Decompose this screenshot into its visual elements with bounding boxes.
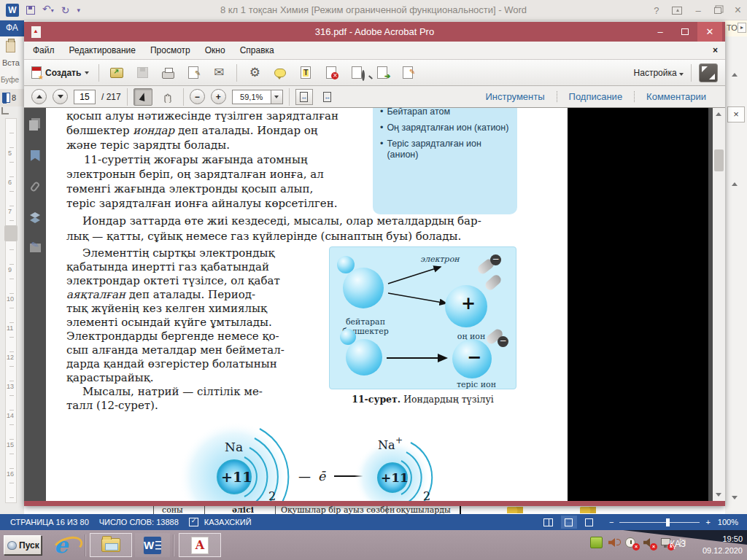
muted-audio-tray-icon[interactable]: × [643,537,655,548]
paste-clipboard-icon[interactable] [6,41,15,52]
edit-page-button[interactable]: ✎ [185,65,201,81]
scheduler-tray-icon[interactable]: × [625,537,638,548]
word-help-button[interactable]: ? [654,5,659,16]
save-icon[interactable] [26,6,35,15]
fit-page-button[interactable] [319,89,336,105]
hand-tool-button[interactable] [158,88,177,106]
status-page-count[interactable]: СТРАНИЦА 16 ИЗ 80 [10,518,89,526]
zoom-thumb[interactable] [666,518,670,526]
menu-help[interactable]: Справка [240,45,274,55]
redo-icon[interactable]: ↻ [61,5,70,15]
next-page-button[interactable] [53,89,68,104]
save-button[interactable] [134,65,150,81]
export-pdf-button[interactable]: ➔ [374,65,390,81]
scrollbar-thumb[interactable] [714,149,724,171]
electron-label: электрон [420,254,460,264]
acrobat-minimize-button[interactable]: – [648,22,673,42]
word-ribbon-tab-partial[interactable]: ТО ▸ [725,20,747,36]
comment-button[interactable] [272,65,288,81]
pdf-page[interactable]: қосып алуы нәтижесінде түзілген зарядтал… [46,108,568,501]
comment-panel-link[interactable]: Комментарии [634,91,718,102]
taskbar-clock[interactable]: 19:50 09.12.2020 [703,533,743,556]
fullscreen-toggle-button[interactable] [699,63,718,82]
print-layout-button[interactable] [561,516,577,529]
acrobat-close-button[interactable]: ✕ [697,22,722,42]
acrobat-scrollbar[interactable] [713,108,725,501]
internet-explorer-icon[interactable]: e [54,532,79,557]
word-file-tab[interactable]: ФА [0,20,24,36]
word-document-tab[interactable]: 8 [0,89,24,106]
antivirus-tray-icon[interactable] [590,537,603,548]
clipboard-group-label: Буфе [1,76,19,84]
word-close-document-button[interactable]: × [727,106,745,122]
tools-panel-link[interactable]: Инструменты [473,91,556,102]
volume-tray-icon[interactable] [608,537,620,548]
infobox-item: Оң зарядталған ион (катион) [380,122,511,133]
word-taskbar-button[interactable]: W [135,533,170,557]
word-scroll-down-icon[interactable] [732,496,738,499]
ribbon-display-options-icon[interactable] [672,7,682,15]
highlight-text-button[interactable]: T [298,65,314,81]
acrobat-maximize-button[interactable] [673,22,697,42]
signatures-icon[interactable] [29,241,42,254]
zoom-percent[interactable]: 100% [718,518,738,526]
file-explorer-taskbar-button[interactable] [90,533,132,557]
print-button[interactable] [160,65,176,81]
zoom-dropdown[interactable] [271,90,283,104]
zoom-in-button[interactable]: + [211,89,226,104]
status-word-count[interactable]: ЧИСЛО СЛОВ: 13888 [99,518,179,526]
fit-width-button[interactable] [295,89,313,105]
settings-gear-icon[interactable]: ⚙ [247,65,263,81]
hand-icon [162,91,174,103]
layers-icon[interactable] [30,212,40,222]
undo-icon[interactable]: ↶▾ [42,4,54,16]
ribbon-collapse-icon[interactable] [732,73,738,77]
start-button[interactable]: Пуск [4,535,42,555]
fill-sign-button[interactable]: ✎ [400,65,416,81]
attachments-paperclip-icon[interactable] [29,181,42,193]
insert-label[interactable]: Вста [2,58,20,67]
menu-view[interactable]: Просмотр [150,45,190,55]
page-thumbnails-icon[interactable] [29,118,42,131]
sign-panel-link[interactable]: Подписание [557,91,635,102]
select-tool-button[interactable] [133,88,152,106]
word-app-icon[interactable]: W [6,4,19,17]
vertical-ruler[interactable]: 5 6 7 9 10 11 12 13 14 15 16 [5,118,17,503]
zoom-out-icon[interactable]: − [609,518,614,526]
scroll-up-icon[interactable] [716,112,721,116]
acrobat-taskbar-button[interactable]: A [179,533,221,557]
menu-window[interactable]: Окно [205,45,225,55]
menu-file[interactable]: Файл [33,45,55,55]
zoom-in-icon[interactable]: + [705,518,710,526]
page-number-input[interactable] [74,90,96,104]
proofing-icon[interactable] [189,518,198,526]
search-document-button[interactable] [349,65,365,81]
folder-icon [101,538,120,552]
language-indicator[interactable]: ҚАЗ [670,539,686,549]
scroll-down-icon[interactable] [716,493,721,497]
acrobat-titlebar[interactable]: 316.pdf - Adobe Acrobat Pro – ✕ [24,22,725,42]
customize-button[interactable]: Настройка [634,68,684,78]
word-minimize-button[interactable]: – [695,5,700,16]
menu-edit[interactable]: Редактирование [69,45,136,55]
bookmarks-icon[interactable] [29,149,42,162]
delete-pages-button[interactable]: × [323,65,339,81]
web-layout-button[interactable] [581,516,597,529]
email-button[interactable]: ✉ [211,65,227,81]
zoom-level-value[interactable]: 59,1% [232,90,271,104]
menubar-close-icon[interactable]: × [713,45,718,55]
zoom-track[interactable] [619,522,700,523]
create-pdf-button[interactable]: Создать [31,66,89,79]
word-restore-button[interactable] [714,7,721,14]
document-background [568,108,713,501]
zoom-out-button[interactable]: − [190,89,205,104]
qat-customize-icon[interactable]: ▾ [77,5,80,15]
ruler-corner-mark[interactable] [1,107,9,114]
open-file-button[interactable] [109,65,125,81]
word-close-button[interactable]: × [735,4,741,17]
ribbon-scroll-button[interactable]: ▸ [738,23,746,33]
previous-page-button[interactable] [31,89,47,104]
status-language[interactable]: КАЗАХСКИЙ [204,518,252,526]
word-scroll-up-icon[interactable] [732,182,738,186]
read-mode-button[interactable] [541,516,557,529]
